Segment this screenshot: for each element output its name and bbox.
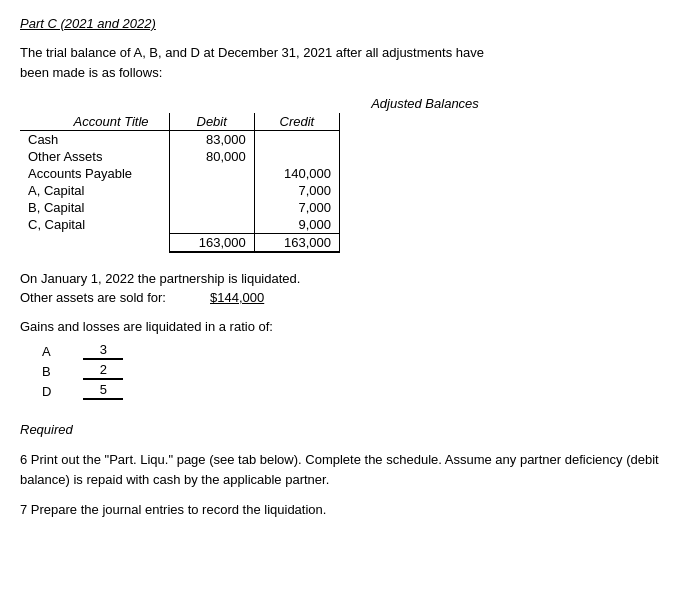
table-row: C, Capital9,000 [20, 216, 340, 234]
debit-cell: 80,000 [169, 148, 254, 165]
credit-cell [254, 148, 339, 165]
trial-balance-table: Account Title Debit Credit Cash83,000Oth… [20, 113, 340, 253]
part-title: Part C (2021 and 2022) [20, 16, 670, 31]
required-label: Required [20, 420, 670, 440]
credit-cell: 7,000 [254, 199, 339, 216]
account-name-cell: Other Assets [20, 148, 169, 165]
required-section: Required 6 Print out the "Part. Liqu." p… [20, 420, 670, 521]
ratio-partner: D [42, 382, 81, 400]
credit-cell: 140,000 [254, 165, 339, 182]
debit-cell [169, 165, 254, 182]
required-item6: 6 Print out the "Part. Liqu." page (see … [20, 450, 670, 490]
ratio-row: B2 [42, 362, 123, 380]
ratio-row: D5 [42, 382, 123, 400]
debit-cell [169, 216, 254, 234]
table-row: B, Capital7,000 [20, 199, 340, 216]
account-name-cell: A, Capital [20, 182, 169, 199]
account-name-cell: B, Capital [20, 199, 169, 216]
ratio-partner: B [42, 362, 81, 380]
required-item7: 7 Prepare the journal entries to record … [20, 500, 670, 520]
total-row: 163,000163,000 [20, 234, 340, 253]
col-header-debit: Debit [169, 113, 254, 131]
ratio-table: A3B2D5 [40, 340, 125, 402]
col-header-account: Account Title [20, 113, 169, 131]
account-name-cell: C, Capital [20, 216, 169, 234]
intro-line1: The trial balance of A, B, and D at Dece… [20, 45, 484, 60]
ratio-value: 2 [83, 362, 123, 380]
total-credit: 163,000 [254, 234, 339, 253]
table-row: A, Capital7,000 [20, 182, 340, 199]
intro-line2: been made is as follows: [20, 65, 162, 80]
credit-cell: 9,000 [254, 216, 339, 234]
liquidation-section: On January 1, 2022 the partnership is li… [20, 271, 670, 305]
table-row: Other Assets80,000 [20, 148, 340, 165]
account-name-cell: Accounts Payable [20, 165, 169, 182]
assets-sold-line: Other assets are sold for: $144,000 [20, 290, 670, 305]
col-header-credit: Credit [254, 113, 339, 131]
total-debit: 163,000 [169, 234, 254, 253]
total-label [20, 234, 169, 253]
credit-cell: 7,000 [254, 182, 339, 199]
liquidation-line1: On January 1, 2022 the partnership is li… [20, 271, 670, 286]
assets-label: Other assets are sold for: [20, 290, 200, 305]
intro-text: The trial balance of A, B, and D at Dece… [20, 43, 670, 82]
account-name-cell: Cash [20, 131, 169, 149]
assets-value: $144,000 [210, 290, 264, 305]
ratio-row: A3 [42, 342, 123, 360]
debit-cell [169, 199, 254, 216]
debit-cell [169, 182, 254, 199]
ratio-value: 3 [83, 342, 123, 360]
table-row: Accounts Payable140,000 [20, 165, 340, 182]
ratio-partner: A [42, 342, 81, 360]
table-section: Adjusted Balances Account Title Debit Cr… [20, 96, 670, 253]
gains-label: Gains and losses are liquidated in a rat… [20, 319, 670, 334]
credit-cell [254, 131, 339, 149]
table-row: Cash83,000 [20, 131, 340, 149]
debit-cell: 83,000 [169, 131, 254, 149]
ratio-value: 5 [83, 382, 123, 400]
gains-section: Gains and losses are liquidated in a rat… [20, 319, 670, 402]
adjusted-balances-header: Adjusted Balances [180, 96, 670, 111]
